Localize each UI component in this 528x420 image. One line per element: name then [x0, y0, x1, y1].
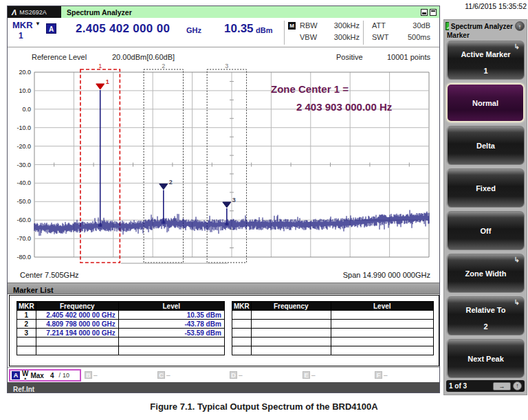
marker-list-titlebar: Marker List	[8, 283, 439, 294]
softkey-fixed[interactable]: Fixed	[446, 168, 525, 208]
zone-center-annotation-line2: 2 403 903 000.00 Hz	[296, 101, 392, 113]
y-tick-label: -20.0	[9, 143, 31, 150]
trace-b-slot[interactable]: B–	[85, 371, 98, 379]
y-tick-label: -80.0	[9, 254, 31, 261]
marker-list-title: Marker List	[13, 285, 54, 296]
softkey-value: 2	[483, 322, 487, 331]
y-tick-label: -70.0	[9, 235, 31, 242]
zone-center-annotation-line1: Zone Center 1 =	[271, 83, 349, 95]
marker-row	[232, 338, 434, 346]
analyzer-window: Λ MS2692A Spectrum Analyzer MKR ▼ 1 A 2.…	[7, 5, 440, 393]
submenu-arrow-icon: ↳	[514, 43, 520, 50]
y-tick-label: 20.0	[9, 69, 31, 76]
softkey-delta[interactable]: Delta	[446, 126, 525, 165]
softkey-value: 1	[483, 67, 487, 75]
trace-a-badge: A	[12, 371, 20, 379]
marker-column-header: MKR	[17, 302, 36, 311]
next-page-icon[interactable]: →	[493, 382, 511, 390]
y-tick-label: 10.0	[9, 87, 31, 94]
menu-up-icon[interactable]: ↑	[513, 382, 522, 390]
svg-text:1: 1	[106, 78, 109, 85]
y-tick-label: -10.0	[9, 124, 31, 131]
softkey-off[interactable]: Off	[446, 211, 525, 250]
trace-c-slot[interactable]: C–	[157, 371, 170, 379]
trace-d-slot[interactable]: D–	[230, 371, 243, 379]
marker-row: 24.809 798 000 00 GHz-43.78 dBm	[17, 320, 225, 329]
marker-table-left: MKRFrequencyLevel12.405 402 000 00 GHz10…	[16, 301, 225, 355]
y-tick-label: -60.0	[9, 217, 31, 223]
submenu-arrow-icon: ↳	[514, 256, 520, 263]
marker-list-panel: MKRFrequencyLevel12.405 402 000 00 GHz10…	[9, 295, 439, 366]
softkey-active-marker[interactable]: ↳Active Marker1	[446, 41, 525, 80]
marker-row: 37.214 194 000 00 GHz-53.59 dBm	[17, 329, 225, 338]
y-tick-label: -50.0	[9, 198, 31, 205]
marker-row	[232, 346, 434, 355]
softkey-zone-width[interactable]: ↳Zone Width	[446, 254, 525, 293]
softkey-buttons: ↳Active Marker1NormalDeltaFixedOff↳Zone …	[444, 41, 527, 378]
marker-row	[17, 346, 225, 355]
write-arrow-icon: ▲	[23, 376, 27, 381]
marker-row	[232, 311, 434, 320]
status-bar: Ref.Int	[8, 382, 439, 393]
y-tick-label: 0.0	[9, 106, 31, 113]
submenu-arrow-icon: ↳	[514, 298, 520, 306]
marker-row	[232, 320, 434, 329]
marker-column-header: Frequency	[36, 302, 118, 311]
panel-up-icon[interactable]: ↑	[515, 21, 525, 31]
svg-text:1: 1	[98, 63, 102, 69]
marker-column-header: Frequency	[251, 302, 331, 311]
svg-text:2: 2	[162, 63, 165, 69]
softkey-panel-title: Spectrum Analyzer	[451, 23, 513, 30]
spectrum-analyzer-icon	[446, 22, 449, 30]
trace-detection: Max	[30, 372, 43, 379]
svg-text:2: 2	[169, 179, 173, 186]
figure-caption: Figure 7.1. Typical Output Spectrum of t…	[0, 401, 528, 412]
marker-column-header: MKR	[232, 302, 252, 311]
sweep-count: 4	[50, 372, 54, 379]
softkey-section-label: Marker	[444, 32, 527, 41]
reference-source: Ref.Int	[13, 384, 34, 393]
trace-e-slot[interactable]: E–	[302, 371, 316, 379]
marker-row	[232, 329, 434, 338]
marker-column-header: Level	[118, 302, 224, 311]
trace-f-slot[interactable]: F–	[375, 371, 388, 379]
trace-a-status[interactable]: A W ▲ Max 4 / 10	[9, 369, 81, 382]
svg-text:3: 3	[232, 197, 236, 203]
softkey-page-nav: 1 of 3 → ↑	[446, 380, 525, 392]
span-label: Span 14.990 000 000GHz	[269, 271, 430, 279]
marker-table-right: MKRFrequencyLevel	[232, 301, 434, 355]
trace-status-bar: A W ▲ Max 4 / 10 B–C–D–E–F–	[8, 367, 439, 382]
marker-row	[17, 338, 225, 346]
softkey-panel: Spectrum Analyzer ↑ Marker ↳Active Marke…	[443, 19, 527, 395]
softkey-next-peak[interactable]: Next Peak	[446, 339, 525, 378]
y-tick-label: -40.0	[9, 179, 31, 186]
datetime: 11/6/2015 15:35:52	[446, 2, 527, 10]
center-frequency-label: Center 7.505GHz	[20, 271, 79, 279]
svg-text:3: 3	[225, 63, 228, 69]
marker-row: 12.405 402 000 00 GHz10.35 dBm	[17, 311, 225, 320]
page-indicator: 1 of 3	[449, 382, 467, 390]
trace-write-mode: W ▲	[22, 371, 28, 381]
marker-column-header: Level	[331, 302, 433, 311]
softkey-normal[interactable]: Normal	[446, 83, 525, 122]
sweep-total: 10	[63, 372, 69, 379]
softkey-panel-header: Spectrum Analyzer ↑	[444, 20, 527, 32]
softkey-relative-to[interactable]: ↳Relative To2	[446, 296, 525, 335]
y-tick-label: -30.0	[9, 162, 31, 168]
